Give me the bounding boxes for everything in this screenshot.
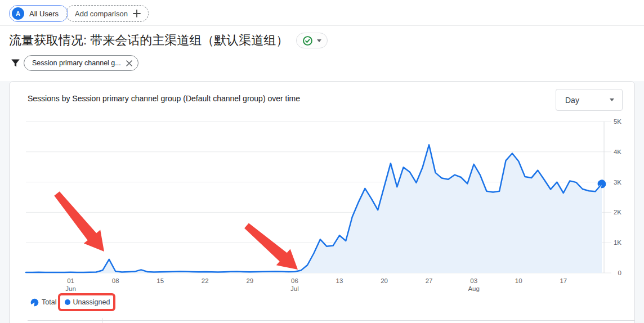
chevron-down-icon bbox=[317, 39, 321, 42]
svg-text:2K: 2K bbox=[614, 209, 621, 216]
legend-unassigned-label: Unassigned bbox=[73, 298, 110, 306]
chart-plot[interactable]: 01K2K3K4K5K01Jun0815222906Jul13202703Aug… bbox=[26, 118, 621, 292]
filter-chip-label: Session primary channel g... bbox=[32, 59, 121, 67]
chevron-down-icon bbox=[610, 98, 614, 101]
all-users-label: All Users bbox=[29, 10, 59, 18]
chart-legend: Total Unassigned bbox=[30, 293, 115, 311]
chart-card: Sessions by Session primary channel grou… bbox=[9, 81, 635, 323]
sessions-over-time-chart[interactable]: 01K2K3K4K5K01Jun0815222906Jul13202703Aug… bbox=[10, 113, 636, 299]
legend-total-label: Total bbox=[42, 298, 56, 306]
svg-text:06: 06 bbox=[291, 277, 298, 284]
svg-text:Jun: Jun bbox=[65, 285, 76, 292]
svg-text:Aug: Aug bbox=[468, 285, 479, 292]
svg-text:27: 27 bbox=[426, 277, 433, 284]
annotation-arrow-2 bbox=[244, 223, 298, 270]
check-circle-icon bbox=[302, 35, 313, 46]
legend-item-unassigned-highlighted[interactable]: Unassigned bbox=[58, 293, 115, 311]
all-users-segment-chip[interactable]: A All Users bbox=[9, 5, 68, 22]
svg-text:20: 20 bbox=[381, 277, 388, 284]
table-header-divider bbox=[28, 320, 634, 321]
granularity-select[interactable]: Day bbox=[556, 89, 623, 111]
svg-text:15: 15 bbox=[156, 277, 164, 284]
unassigned-series-dot bbox=[65, 299, 70, 305]
filter-funnel-icon bbox=[10, 58, 21, 69]
svg-text:0: 0 bbox=[618, 270, 621, 276]
svg-text:08: 08 bbox=[112, 277, 119, 284]
report-status-dropdown[interactable] bbox=[296, 33, 328, 48]
segment-avatar: A bbox=[12, 7, 24, 20]
svg-text:17: 17 bbox=[560, 277, 567, 284]
svg-text:29: 29 bbox=[246, 277, 253, 284]
chart-title: Sessions by Session primary channel grou… bbox=[28, 94, 300, 103]
svg-text:13: 13 bbox=[336, 277, 343, 284]
add-comparison-button[interactable]: Add comparison bbox=[66, 5, 149, 22]
add-comparison-label: Add comparison bbox=[75, 10, 128, 18]
svg-text:01: 01 bbox=[67, 277, 74, 284]
topbar-divider bbox=[0, 25, 644, 26]
svg-text:5K: 5K bbox=[614, 118, 621, 125]
svg-text:3K: 3K bbox=[614, 179, 621, 186]
ga4-report-page: A All Users Add comparison 流量获取情况: 带来会话的… bbox=[0, 0, 644, 323]
svg-text:Jul: Jul bbox=[290, 285, 299, 292]
legend-item-total: Total bbox=[30, 298, 56, 307]
close-icon[interactable] bbox=[126, 60, 133, 67]
svg-text:10: 10 bbox=[515, 277, 522, 284]
granularity-value: Day bbox=[565, 96, 610, 105]
page-title: 流量获取情况: 带来会话的主渠道组（默认渠道组） bbox=[9, 32, 288, 49]
total-marker-icon bbox=[30, 298, 39, 307]
svg-text:03: 03 bbox=[470, 277, 477, 284]
svg-text:4K: 4K bbox=[614, 149, 621, 155]
table-column-separator bbox=[102, 318, 102, 323]
svg-text:22: 22 bbox=[202, 277, 209, 284]
filter-chip-session-channel[interactable]: Session primary channel g... bbox=[24, 55, 138, 71]
plus-icon bbox=[132, 9, 141, 18]
svg-text:1K: 1K bbox=[614, 239, 621, 246]
